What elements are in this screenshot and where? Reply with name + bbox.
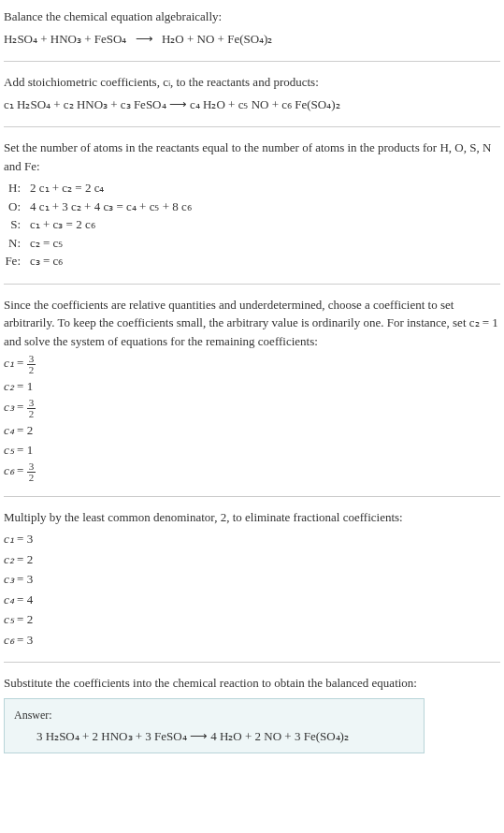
coef-var: c₁ — [4, 532, 14, 546]
relative-text: Since the coefficients are relative quan… — [4, 296, 500, 351]
atoms-section: Set the number of atoms in the reactants… — [4, 139, 500, 270]
intro-equation: H₂SO₄ + HNO₃ + FeSO₄ ⟶ H₂O + NO + Fe(SO₄… — [4, 30, 500, 49]
intro-text: Balance the chemical equation algebraica… — [4, 7, 500, 26]
coef-row: c₃ = 3 2 — [4, 398, 500, 419]
atom-row: S: c₁ + c₃ = 2 c₆ — [4, 215, 192, 234]
frac-den: 2 — [27, 365, 36, 375]
divider — [4, 126, 500, 127]
fraction: 3 2 — [27, 398, 36, 419]
coef-row: c₆ = 3 — [4, 631, 500, 650]
coef-var: c₄ — [4, 423, 14, 437]
coef-var: c₃ — [4, 572, 14, 586]
atom-equation: 4 c₁ + 3 c₂ + 4 c₃ = c₄ + c₅ + 8 c₆ — [30, 197, 192, 216]
fraction: 3 2 — [27, 461, 36, 483]
coef-row: c₄ = 2 — [4, 421, 500, 440]
frac-den: 2 — [27, 409, 36, 419]
coef-row: c₂ = 1 — [4, 377, 500, 396]
coef-val: 4 — [27, 592, 34, 606]
frac-num: 3 — [27, 461, 36, 473]
coef-var: c₅ — [4, 612, 14, 626]
coef-row: c₄ = 4 — [4, 591, 500, 609]
coef-val: 1 — [27, 379, 34, 393]
substitute-section: Substitute the coefficients into the che… — [4, 674, 500, 753]
relative-coefs: c₁ = 3 2 c₂ = 1 c₃ = 3 2 c₄ = 2 c₅ = 1 c… — [4, 354, 500, 483]
divider — [4, 61, 500, 62]
atom-row: O: 4 c₁ + 3 c₂ + 4 c₃ = c₄ + c₅ + 8 c₆ — [4, 197, 192, 216]
atom-equation: c₂ = c₅ — [30, 234, 192, 253]
fraction: 3 2 — [27, 354, 36, 375]
multiply-text: Multiply by the least common denominator… — [4, 508, 500, 527]
relative-section: Since the coefficients are relative quan… — [4, 296, 500, 483]
atom-equation: c₃ = c₆ — [30, 252, 192, 270]
atom-label: S: — [4, 215, 30, 234]
multiply-coefs: c₁ = 3 c₂ = 2 c₃ = 3 c₄ = 4 c₅ = 2 c₆ = … — [4, 530, 500, 649]
atoms-equations: H: 2 c₁ + c₂ = 2 c₄ O: 4 c₁ + 3 c₂ + 4 c… — [4, 179, 192, 270]
coef-val: 2 — [27, 423, 34, 437]
coef-row: c₁ = 3 2 — [4, 354, 500, 375]
divider — [4, 662, 500, 663]
eq-right: H₂O + NO + Fe(SO₄)₂ — [162, 32, 273, 46]
coef-val: 1 — [27, 443, 34, 457]
intro-section: Balance the chemical equation algebraica… — [4, 7, 500, 48]
coef-var: c₅ — [4, 443, 14, 457]
coef-var: c₄ — [4, 592, 14, 606]
coef-var: c₃ — [4, 400, 14, 414]
answer-box: Answer: 3 H₂SO₄ + 2 HNO₃ + 3 FeSO₄ ⟶ 4 H… — [4, 698, 425, 754]
coef-var: c₆ — [4, 633, 14, 647]
coef-row: c₁ = 3 — [4, 530, 500, 548]
atom-label: O: — [4, 197, 30, 216]
atom-equation: 2 c₁ + c₂ = 2 c₄ — [30, 179, 192, 197]
eq-left: H₂SO₄ + HNO₃ + FeSO₄ — [4, 32, 126, 46]
atom-row: N: c₂ = c₅ — [4, 234, 192, 253]
coef-val: 2 — [27, 552, 34, 566]
stoich-text: Add stoichiometric coefficients, cᵢ, to … — [4, 73, 500, 92]
atoms-text: Set the number of atoms in the reactants… — [4, 139, 500, 175]
coef-val: 3 — [27, 572, 34, 586]
frac-num: 3 — [27, 398, 36, 409]
divider — [4, 496, 500, 497]
coef-val: 3 — [27, 633, 34, 647]
coef-var: c₁ — [4, 356, 14, 370]
coef-val: 3 — [27, 532, 34, 546]
atom-label: H: — [4, 179, 30, 197]
answer-label: Answer: — [14, 707, 414, 723]
frac-den: 2 — [27, 473, 36, 483]
divider — [4, 284, 500, 285]
coef-row: c₅ = 2 — [4, 610, 500, 629]
coef-var: c₆ — [4, 463, 14, 477]
coef-var: c₂ — [4, 552, 14, 566]
coef-row: c₅ = 1 — [4, 441, 500, 460]
coef-val: 2 — [27, 612, 34, 626]
atom-row: H: 2 c₁ + c₂ = 2 c₄ — [4, 179, 192, 197]
atom-row: Fe: c₃ = c₆ — [4, 252, 192, 270]
coef-row: c₂ = 2 — [4, 550, 500, 569]
answer-equation: 3 H₂SO₄ + 2 HNO₃ + 3 FeSO₄ ⟶ 4 H₂O + 2 N… — [14, 727, 414, 746]
atom-equation: c₁ + c₃ = 2 c₆ — [30, 215, 192, 234]
coef-row: c₃ = 3 — [4, 570, 500, 589]
stoich-section: Add stoichiometric coefficients, cᵢ, to … — [4, 73, 500, 113]
multiply-section: Multiply by the least common denominator… — [4, 508, 500, 650]
coef-var: c₂ — [4, 379, 14, 393]
atom-label: Fe: — [4, 252, 30, 270]
stoich-equation: c₁ H₂SO₄ + c₂ HNO₃ + c₃ FeSO₄ ⟶ c₄ H₂O +… — [4, 95, 500, 114]
atom-label: N: — [4, 234, 30, 253]
arrow-icon: ⟶ — [136, 32, 153, 46]
substitute-text: Substitute the coefficients into the che… — [4, 674, 500, 693]
coef-row: c₆ = 3 2 — [4, 461, 500, 483]
